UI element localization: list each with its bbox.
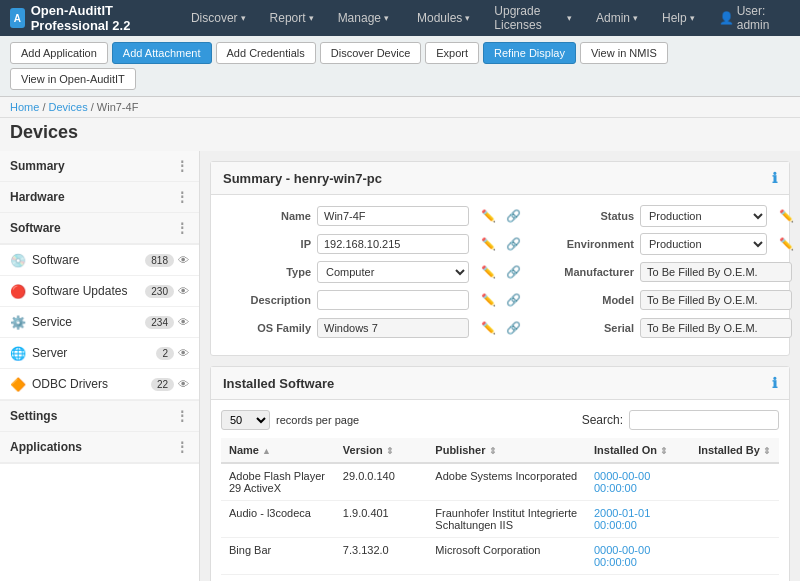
ip-label: IP bbox=[221, 238, 311, 250]
settings-menu-icon[interactable]: ⋮ bbox=[175, 408, 189, 424]
sidebar-item-software-section[interactable]: Software ⋮ bbox=[0, 213, 199, 244]
ip-input[interactable] bbox=[317, 234, 469, 254]
breadcrumb-devices[interactable]: Devices bbox=[49, 101, 88, 113]
row-publisher: Fraunhofer Institut Integrierte Schaltun… bbox=[427, 501, 586, 538]
view-nmis-button[interactable]: View in NMIS bbox=[580, 42, 668, 64]
osfamily-actions: ✏️ 🔗 bbox=[477, 317, 524, 339]
name-edit-icon[interactable]: ✏️ bbox=[477, 205, 499, 227]
ip-link-icon[interactable]: 🔗 bbox=[502, 233, 524, 255]
brand-icon: A bbox=[10, 8, 25, 28]
row-installed-on: 0000-00-00 00:00:00 bbox=[586, 463, 690, 501]
name-input[interactable] bbox=[317, 206, 469, 226]
sidebar-item-software[interactable]: 💿 Software 818 👁 bbox=[0, 245, 199, 276]
software-section-menu-icon[interactable]: ⋮ bbox=[175, 220, 189, 236]
installed-on-link[interactable]: 2000-01-01 00:00:00 bbox=[594, 507, 650, 531]
odbc-eye-icon[interactable]: 👁 bbox=[178, 378, 189, 390]
nav-admin[interactable]: Admin ▾ bbox=[586, 0, 648, 36]
row-version: 29.0.0.140 bbox=[335, 463, 427, 501]
per-page-select[interactable]: 50 10 25 100 bbox=[221, 410, 270, 430]
type-edit-icon[interactable]: ✏️ bbox=[477, 261, 499, 283]
sidebar-item-software-updates[interactable]: 🔴 Software Updates 230 👁 bbox=[0, 276, 199, 307]
export-button[interactable]: Export bbox=[425, 42, 479, 64]
environment-select[interactable]: Production bbox=[640, 233, 767, 255]
sidebar-item-service[interactable]: ⚙️ Service 234 👁 bbox=[0, 307, 199, 338]
osfamily-edit-icon[interactable]: ✏️ bbox=[477, 317, 499, 339]
sidebar-item-odbc[interactable]: 🔶 ODBC Drivers 22 👁 bbox=[0, 369, 199, 400]
col-publisher[interactable]: Publisher ⇕ bbox=[427, 438, 586, 463]
software-updates-eye-icon[interactable]: 👁 bbox=[178, 285, 189, 297]
summary-menu-icon[interactable]: ⋮ bbox=[175, 158, 189, 174]
nav-report[interactable]: Report ▾ bbox=[260, 0, 324, 36]
service-eye-icon[interactable]: 👁 bbox=[178, 316, 189, 328]
nav-upgrade[interactable]: Upgrade Licenses ▾ bbox=[484, 0, 582, 36]
serial-row: Serial ✏️ bbox=[544, 317, 800, 339]
nav-manage[interactable]: Manage ▾ bbox=[328, 0, 399, 36]
name-link-icon[interactable]: 🔗 bbox=[502, 205, 524, 227]
description-row: Description ✏️ 🔗 bbox=[221, 289, 524, 311]
name-row: Name ✏️ 🔗 bbox=[221, 205, 524, 227]
ip-edit-icon[interactable]: ✏️ bbox=[477, 233, 499, 255]
col-name[interactable]: Name ▲ bbox=[221, 438, 335, 463]
type-link-icon[interactable]: 🔗 bbox=[502, 261, 524, 283]
summary-left-fields: Name ✏️ 🔗 IP ✏️ 🔗 bbox=[221, 205, 524, 345]
odbc-icon: 🔶 bbox=[10, 376, 26, 392]
add-attachment-button[interactable]: Add Attachment bbox=[112, 42, 212, 64]
nav-modules[interactable]: Modules ▾ bbox=[407, 0, 480, 36]
description-link-icon[interactable]: 🔗 bbox=[502, 289, 524, 311]
sidebar-item-summary[interactable]: Summary ⋮ bbox=[0, 151, 199, 182]
osfamily-input[interactable] bbox=[317, 318, 469, 338]
applications-menu-icon[interactable]: ⋮ bbox=[175, 439, 189, 455]
installed-on-link[interactable]: 0000-00-00 00:00:00 bbox=[594, 470, 650, 494]
status-row: Status Production ✏️ 🔗 bbox=[544, 205, 800, 227]
description-edit-icon[interactable]: ✏️ bbox=[477, 289, 499, 311]
sidebar-item-applications[interactable]: Applications ⋮ bbox=[0, 432, 199, 463]
col-installed-by[interactable]: Installed By ⇕ bbox=[690, 438, 779, 463]
col-installed-on[interactable]: Installed On ⇕ bbox=[586, 438, 690, 463]
table-row: Bing Bar 7.3.132.0 Microsoft Corporation… bbox=[221, 538, 779, 575]
refine-display-button[interactable]: Refine Display bbox=[483, 42, 576, 64]
row-installed-by bbox=[690, 463, 779, 501]
nav-help[interactable]: Help ▾ bbox=[652, 0, 705, 36]
report-caret-icon: ▾ bbox=[309, 13, 314, 23]
row-version: 071 bbox=[335, 575, 427, 582]
software-eye-icon[interactable]: 👁 bbox=[178, 254, 189, 266]
brand-logo: A Open-AuditIT Professional 2.2 bbox=[10, 3, 167, 33]
search-input[interactable] bbox=[629, 410, 779, 430]
osfamily-link-icon[interactable]: 🔗 bbox=[502, 317, 524, 339]
installed-by-sort-icon: ⇕ bbox=[763, 446, 771, 456]
sidebar-item-settings[interactable]: Settings ⋮ bbox=[0, 401, 199, 432]
installed-on-link[interactable]: 0000-00-00 00:00:00 bbox=[594, 544, 650, 568]
server-icon: 🌐 bbox=[10, 345, 26, 361]
nav-discover[interactable]: Discover ▾ bbox=[181, 0, 256, 36]
breadcrumb-home[interactable]: Home bbox=[10, 101, 39, 113]
main-layout: Summary ⋮ Hardware ⋮ Software ⋮ 💿 Softwa… bbox=[0, 151, 800, 581]
environment-actions: ✏️ 🔗 bbox=[775, 233, 800, 255]
environment-edit-icon[interactable]: ✏️ bbox=[775, 233, 797, 255]
toolbar: Add Application Add Attachment Add Crede… bbox=[0, 36, 800, 97]
add-application-button[interactable]: Add Application bbox=[10, 42, 108, 64]
row-installed-by bbox=[690, 538, 779, 575]
sidebar: Summary ⋮ Hardware ⋮ Software ⋮ 💿 Softwa… bbox=[0, 151, 200, 581]
summary-info-icon[interactable]: ℹ bbox=[772, 170, 777, 186]
server-eye-icon[interactable]: 👁 bbox=[178, 347, 189, 359]
description-input[interactable] bbox=[317, 290, 469, 310]
status-edit-icon[interactable]: ✏️ bbox=[775, 205, 797, 227]
user-icon: 👤 bbox=[719, 11, 734, 25]
software-table-body: Adobe Flash Player 29 ActiveX 29.0.0.140… bbox=[221, 463, 779, 581]
view-openaudit-button[interactable]: View in Open-AuditIT bbox=[10, 68, 136, 90]
status-actions: ✏️ 🔗 bbox=[775, 205, 800, 227]
software-info-icon[interactable]: ℹ bbox=[772, 375, 777, 391]
osfamily-label: OS Family bbox=[221, 322, 311, 334]
add-credentials-button[interactable]: Add Credentials bbox=[216, 42, 316, 64]
environment-row: Environment Production ✏️ 🔗 bbox=[544, 233, 800, 255]
software-count: 818 bbox=[145, 254, 174, 267]
discover-device-button[interactable]: Discover Device bbox=[320, 42, 421, 64]
nav-user[interactable]: 👤 User: admin bbox=[709, 0, 790, 36]
hardware-menu-icon[interactable]: ⋮ bbox=[175, 189, 189, 205]
col-version[interactable]: Version ⇕ bbox=[335, 438, 427, 463]
type-select[interactable]: Computer bbox=[317, 261, 469, 283]
sidebar-item-hardware[interactable]: Hardware ⋮ bbox=[0, 182, 199, 213]
ip-actions: ✏️ 🔗 bbox=[477, 233, 524, 255]
sidebar-item-server[interactable]: 🌐 Server 2 👁 bbox=[0, 338, 199, 369]
status-select[interactable]: Production bbox=[640, 205, 767, 227]
